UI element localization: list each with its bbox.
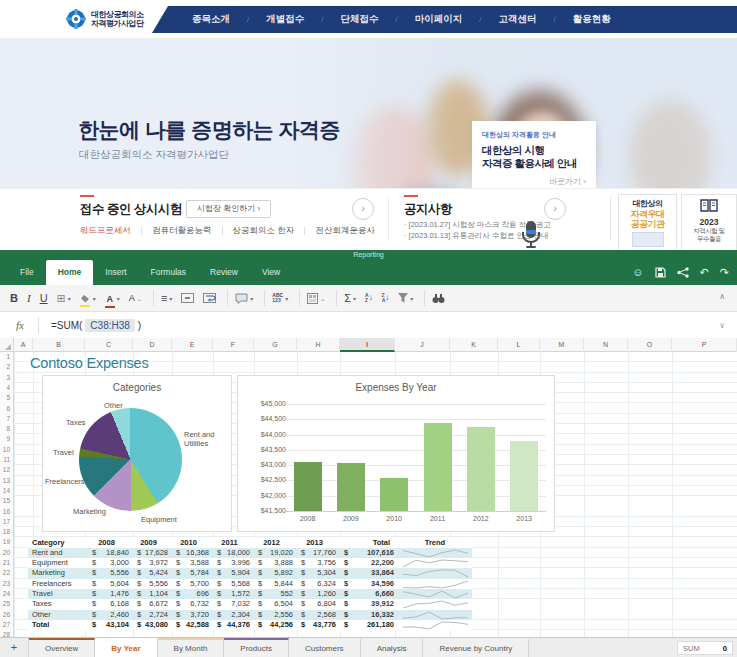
bar-2009[interactable] [337, 463, 365, 511]
table-row-other[interactable]: Other$2,460$2,724$3,720$2,304$2,556$2,56… [28, 610, 472, 620]
add-sheet-button[interactable]: + [0, 638, 29, 657]
column-header-J[interactable]: J [395, 338, 450, 352]
bar-2008[interactable] [294, 462, 322, 511]
column-header-K[interactable]: K [450, 338, 498, 352]
formula-bar[interactable]: fx =SUM(C38:H38) ∨ [0, 312, 737, 339]
banner-qualification-preference[interactable]: 대한상의 자격우대 공공기관 [618, 194, 677, 251]
column-header-C[interactable]: C [85, 338, 133, 352]
row-header-7[interactable]: 7 [6, 414, 10, 424]
nav-item-2[interactable]: 개별접수 [266, 13, 304, 26]
bar-chart[interactable]: Expenses By Year $45,000$44,500$44,000$4… [237, 375, 555, 532]
row-header-18[interactable]: 18 [3, 527, 10, 537]
check-test-site-button[interactable]: 시험장 확인하기 › [186, 200, 271, 218]
sheet-tab-by-year[interactable]: By Year [95, 638, 157, 657]
undo-icon[interactable]: ↶ [700, 267, 709, 278]
borders-button[interactable]: ⊞▾ [57, 289, 71, 307]
nav-item-3[interactable]: 단체접수 [340, 13, 378, 26]
bar-2013[interactable] [510, 441, 538, 511]
row-header-13[interactable]: 13 [3, 476, 10, 486]
pie-chart[interactable]: Categories Rent and UtilitiesEquipmentMa… [42, 375, 232, 532]
exam-link-4[interactable]: 전산회계운용사 [315, 225, 375, 237]
row-header-27[interactable]: 27 [3, 620, 10, 630]
collapse-ribbon-icon[interactable]: ∧ [719, 292, 725, 301]
row-header-6[interactable]: 6 [6, 404, 10, 414]
formula-input[interactable]: =SUM(C38:H38) [51, 320, 141, 331]
row-header-22[interactable]: 22 [3, 568, 10, 578]
banner-2023-exam-guide[interactable]: 2023 자격시험 및 우수활용 [681, 194, 737, 251]
column-header-I[interactable]: I [340, 338, 395, 352]
number-format-button[interactable]: ABC123 ▾ [272, 289, 288, 307]
autosum-button[interactable]: Σ▾ [344, 289, 356, 307]
nav-item-4[interactable]: 마이페이지 [415, 13, 463, 26]
row-header-21[interactable]: 21 [3, 558, 10, 568]
column-header-A[interactable]: A [14, 338, 33, 352]
row-header-17[interactable]: 17 [3, 517, 10, 527]
table-row-taxes[interactable]: Taxes$6,168$6,672$6,732$7,032$6,504$6,80… [28, 599, 472, 609]
row-header-12[interactable]: 12 [3, 465, 10, 475]
text-size-button[interactable]: A⌄ [129, 289, 142, 307]
nav-item-1[interactable]: 종목소개 [192, 13, 230, 26]
select-all-corner[interactable] [0, 338, 14, 352]
row-header-26[interactable]: 26 [3, 610, 10, 620]
row-header-4[interactable]: 4 [6, 383, 10, 393]
ribbon-tab-view[interactable]: View [250, 260, 292, 285]
row-header-20[interactable]: 20 [3, 548, 10, 558]
row-header-1[interactable]: 1 [6, 352, 10, 362]
table-row-total[interactable]: Total$43,104$43,080$42,588$44,376$44,256… [28, 620, 472, 630]
column-header-H[interactable]: H [297, 338, 340, 352]
row-header-11[interactable]: 11 [3, 455, 10, 465]
underline-button[interactable]: U [40, 289, 48, 307]
row-header-23[interactable]: 23 [3, 579, 10, 589]
row-header-8[interactable]: 8 [6, 424, 10, 434]
italic-button[interactable]: I [27, 289, 31, 307]
sheet-tab-products[interactable]: Products [224, 638, 289, 657]
column-header-L[interactable]: L [498, 338, 540, 352]
nav-item-6[interactable]: 활용현황 [573, 13, 611, 26]
exam-next-arrow[interactable]: › [352, 198, 374, 220]
row-header-28[interactable]: 28 [3, 630, 10, 637]
row-header-10[interactable]: 10 [3, 445, 10, 455]
ribbon-tab-insert[interactable]: Insert [93, 260, 138, 285]
exam-link-1[interactable]: 워드프로세서 [80, 225, 131, 237]
table-row-travel[interactable]: Travel$1,476$1,104$696$1,572$552$1,260$6… [28, 589, 472, 599]
share-icon[interactable] [677, 267, 689, 278]
wrap-text-button[interactable] [203, 289, 216, 307]
sheet-tab-analysis[interactable]: Analysis [361, 638, 424, 657]
row-header-5[interactable]: 5 [6, 393, 10, 403]
column-header-N[interactable]: N [584, 338, 628, 352]
exam-link-2[interactable]: 컴퓨터활용능력 [152, 225, 212, 237]
promo-shortcut-link[interactable]: 바로가기 › [549, 176, 586, 187]
spreadsheet-grid[interactable]: 1234567891011121314151617181920212223242… [0, 352, 737, 637]
ribbon-tab-review[interactable]: Review [198, 260, 250, 285]
row-header-15[interactable]: 15 [3, 496, 10, 506]
align-button[interactable]: ≡▾ [161, 289, 172, 307]
font-color-button[interactable]: A ▾ [105, 289, 120, 307]
redo-icon[interactable]: ↷ [720, 267, 729, 278]
fill-color-button[interactable]: ▾ [80, 289, 96, 307]
table-row-marketing[interactable]: Marketing$5,556$5,424$5,784$5,904$5,892$… [28, 568, 472, 578]
survey-button[interactable]: ⌄ [307, 289, 325, 307]
save-icon[interactable] [655, 267, 666, 278]
comment-button[interactable]: ▾ [235, 289, 253, 307]
filter-button[interactable]: ▾ [398, 289, 413, 307]
sort-ascending-button[interactable]: AZ ↓ [365, 289, 373, 307]
ribbon-tab-formulas[interactable]: Formulas [139, 260, 198, 285]
row-header-9[interactable]: 9 [6, 434, 10, 444]
column-header-B[interactable]: B [33, 338, 85, 352]
bar-2011[interactable] [424, 423, 452, 511]
expand-formula-bar-icon[interactable]: ∨ [719, 321, 725, 330]
row-header-2[interactable]: 2 [6, 362, 10, 372]
column-header-M[interactable]: M [540, 338, 584, 352]
column-header-P[interactable]: P [672, 338, 737, 352]
sheet-tab-revenue-by-country[interactable]: Revenue by Country [423, 638, 529, 657]
column-header-G[interactable]: G [254, 338, 297, 352]
hero-promo-card[interactable]: 대한상의 자격활용 안내 대한상의 시행 자격증 활용사례 안내 바로가기 › [472, 121, 596, 188]
ribbon-tab-file[interactable]: File [8, 260, 46, 285]
table-row-freelancers[interactable]: Freelancers$5,604$5,556$5,700$5,568$5,84… [28, 579, 472, 589]
exam-link-3[interactable]: 상공회의소 한자 [233, 225, 295, 237]
sheet-tab-overview[interactable]: Overview [29, 638, 95, 657]
formula-range[interactable]: C38:H38 [85, 319, 134, 332]
row-header-3[interactable]: 3 [6, 373, 10, 383]
column-header-E[interactable]: E [172, 338, 213, 352]
ribbon-tab-home[interactable]: Home [46, 260, 94, 285]
